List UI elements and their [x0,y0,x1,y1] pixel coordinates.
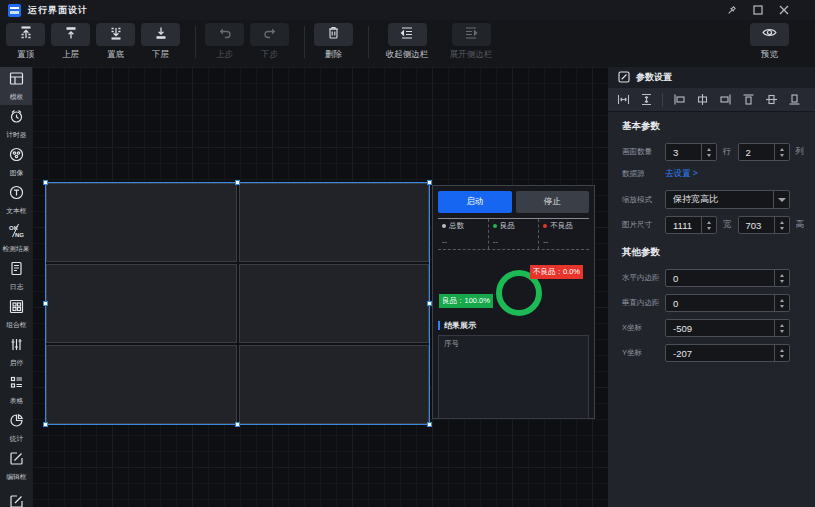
sidebar-item-image[interactable]: 图像 [0,143,32,181]
template-cell[interactable] [46,345,237,424]
bad-dot [543,224,547,228]
pin-icon[interactable] [726,5,737,16]
x-coord-stepper[interactable] [774,320,789,336]
stat-bad: 不良品 -- [538,219,589,249]
resize-handle-sw[interactable] [43,422,48,427]
start-button[interactable]: 启动 [438,191,512,213]
inspector-panel: 参数设置 基本参数 画面数量 3 行 2 [608,67,815,507]
image-height-stepper[interactable] [774,217,789,233]
start-stop-icon [9,337,24,356]
y-coord-stepper[interactable] [774,345,789,361]
datasource-label: 数据源 [622,169,665,179]
scale-mode-label: 缩放模式 [622,195,665,205]
template-cell[interactable] [239,183,430,262]
good-rate-badge: 良品：100.0% [439,294,493,308]
send-to-back-icon [108,25,124,45]
send-to-back-button[interactable]: 置底 [96,23,135,61]
delete-button[interactable]: 删除 [314,23,353,61]
align-center-vertical-icon[interactable] [764,93,778,107]
resize-handle-s[interactable] [235,422,240,427]
x-coord-label: X坐标 [622,323,665,333]
move-down-layer-icon [153,25,169,45]
align-center-horizontal-icon[interactable] [695,93,709,107]
sidebar-item-timer[interactable]: 计时器 [0,105,32,143]
sidebar-item-template[interactable]: 模板 [0,67,32,105]
bad-rate-badge: 不良品：0.0% [530,265,583,279]
expand-sidebar-button: 展开侧边栏 [442,23,500,61]
h-padding-spinner[interactable]: 0 [665,269,790,287]
sidebar-item-log[interactable]: 日志 [0,257,32,295]
h-padding-label: 水平内边距 [622,273,665,283]
sidebar-item-textbox[interactable]: 文本框 [0,181,32,219]
y-coord-label: Y坐标 [622,348,665,358]
rows-spinner[interactable]: 3 [665,143,717,161]
design-canvas[interactable]: 启动 停止 总数 -- 良品 -- 不良品 -- 不良品：0.0% [32,67,608,507]
sidebar-item-combobox[interactable]: 组合框 [0,295,32,333]
timer-icon [9,109,24,128]
cols-spinner[interactable]: 2 [738,143,790,161]
resize-handle-n[interactable] [235,180,240,185]
y-coord-spinner[interactable]: -207 [665,344,790,362]
move-down-layer-button[interactable]: 下层 [141,23,180,61]
svg-text:NG: NG [15,231,24,237]
stat-good: 良品 -- [488,219,539,249]
preview-button[interactable]: 预览 [750,23,789,61]
x-coord-spinner[interactable]: -509 [665,319,790,337]
results-title: 结果展示 [444,320,476,331]
align-right-icon[interactable] [718,93,732,107]
template-cell[interactable] [239,345,430,424]
stop-button[interactable]: 停止 [516,191,590,213]
v-padding-spinner[interactable]: 0 [665,294,790,312]
sidebar-item-editbox[interactable]: 编辑框 [0,447,32,485]
log-icon [9,261,24,280]
results-table: 序号 [438,335,589,419]
template-cell[interactable] [46,183,237,262]
good-dot [493,224,497,228]
sidebar-item-table[interactable]: 表格 [0,371,32,409]
template-cell[interactable] [46,264,237,343]
resize-handle-se[interactable] [427,422,432,427]
stat-total: 总数 -- [438,219,488,249]
donut-chart: 不良品：0.0% 良品：100.0% [438,250,589,318]
window-title: 运行界面设计 [28,4,88,17]
sidebar-item-detect-result[interactable]: OKNG 检测结果 [0,219,32,257]
template-widget[interactable] [45,182,430,425]
scale-mode-select[interactable]: 保持宽高比 [665,190,790,209]
rows-unit: 行 [723,146,732,158]
bring-to-front-button[interactable]: 置顶 [6,23,45,61]
sidebar-item-statistics[interactable]: 统计 [0,409,32,447]
template-cell[interactable] [239,264,430,343]
space-horizontal-icon[interactable] [616,93,630,107]
align-bottom-icon[interactable] [787,93,801,107]
undo-icon [217,25,233,45]
stats-row: 总数 -- 良品 -- 不良品 -- [438,218,589,250]
basic-params-title: 基本参数 [622,120,815,133]
results-accent-bar [438,321,440,330]
h-padding-stepper[interactable] [774,270,789,286]
space-vertical-icon[interactable] [639,93,653,107]
settings-icon [618,69,630,87]
v-padding-stepper[interactable] [774,295,789,311]
resize-handle-w[interactable] [43,301,48,306]
move-up-layer-button[interactable]: 上层 [51,23,90,61]
align-left-icon[interactable] [672,93,686,107]
close-icon[interactable] [779,5,789,15]
preview-widget[interactable]: 启动 停止 总数 -- 良品 -- 不良品 -- 不良品：0.0% [432,185,595,419]
image-size-label: 图片尺寸 [622,220,665,230]
rows-stepper[interactable] [701,144,716,160]
redo-icon [262,25,278,45]
align-top-icon[interactable] [741,93,755,107]
cols-stepper[interactable] [774,144,789,160]
sidebar-item-extra[interactable] [0,485,32,507]
image-width-stepper[interactable] [701,217,716,233]
datasource-link[interactable]: 去设置 > [665,168,698,180]
maximize-icon[interactable] [753,5,763,15]
image-width-spinner[interactable]: 1111 [665,216,717,234]
image-height-spinner[interactable]: 703 [738,216,790,234]
align-toolbar [608,88,815,112]
resize-handle-nw[interactable] [43,180,48,185]
sidebar-item-start-stop[interactable]: 启停 [0,333,32,371]
collapse-sidebar-button[interactable]: 收起侧边栏 [378,23,436,61]
ok-ng-icon: OKNG [8,223,24,242]
toolbar: 置顶 上层 置底 下层 上步 下步 删除 收起侧边栏 展开侧边栏 预览 [0,20,815,67]
